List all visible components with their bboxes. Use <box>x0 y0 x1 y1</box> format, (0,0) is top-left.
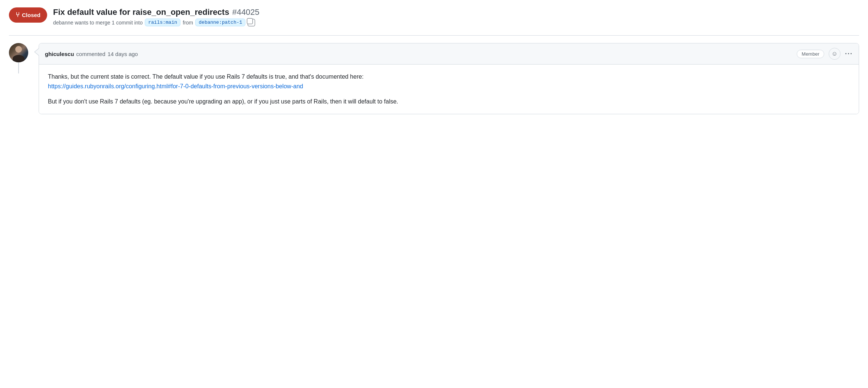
closed-label: Closed <box>22 12 40 18</box>
comment-link[interactable]: https://guides.rubyonrails.org/configuri… <box>48 83 303 89</box>
comment-paragraph-2: But if you don't use Rails 7 defaults (e… <box>48 97 850 106</box>
pr-subtitle-prefix: debanne wants to merge 1 commit into <box>53 20 143 26</box>
comment-container: ghiculescu commented 14 days ago Member … <box>9 43 859 114</box>
comment-meta: ghiculescu commented 14 days ago <box>45 51 138 57</box>
comment-author[interactable]: ghiculescu <box>45 51 74 57</box>
pr-title: Fix default value for raise_on_open_redi… <box>53 7 260 17</box>
source-branch-tag[interactable]: debanne:patch-1 <box>195 19 245 26</box>
comment-paragraph-1: Thanks, but the current state is correct… <box>48 72 850 91</box>
comment-text-1: Thanks, but the current state is correct… <box>48 73 363 80</box>
header-divider <box>9 35 859 36</box>
comment-box: ghiculescu commented 14 days ago Member … <box>39 43 859 114</box>
comment-action: commented <box>76 51 105 57</box>
comment-time: 14 days ago <box>108 51 138 57</box>
merge-icon: ⑂ <box>16 11 19 19</box>
pr-subtitle: debanne wants to merge 1 commit into rai… <box>53 19 260 26</box>
avatar <box>9 43 28 62</box>
pr-number: #44025 <box>232 7 259 17</box>
comment-actions: Member ☺ ··· <box>797 48 853 60</box>
pr-title-block: Fix default value for raise_on_open_redi… <box>53 7 260 26</box>
thread-line <box>18 62 19 73</box>
pr-header: ⑂ Closed Fix default value for raise_on_… <box>9 7 859 26</box>
pr-title-text: Fix default value for raise_on_open_redi… <box>53 7 229 17</box>
copy-branch-icon[interactable] <box>248 19 255 26</box>
comment-arrow <box>34 48 39 56</box>
target-branch-tag[interactable]: rails:main <box>145 19 180 26</box>
avatar-image <box>9 43 28 62</box>
more-options-button[interactable]: ··· <box>845 50 853 58</box>
comment-header: ghiculescu commented 14 days ago Member … <box>39 43 859 65</box>
emoji-reaction-button[interactable]: ☺ <box>829 48 841 60</box>
avatar-column <box>9 43 28 73</box>
comment-body: Thanks, but the current state is correct… <box>39 65 859 114</box>
closed-status-badge: ⑂ Closed <box>9 7 47 23</box>
pr-from-text: from <box>183 20 193 26</box>
member-badge: Member <box>797 50 824 58</box>
